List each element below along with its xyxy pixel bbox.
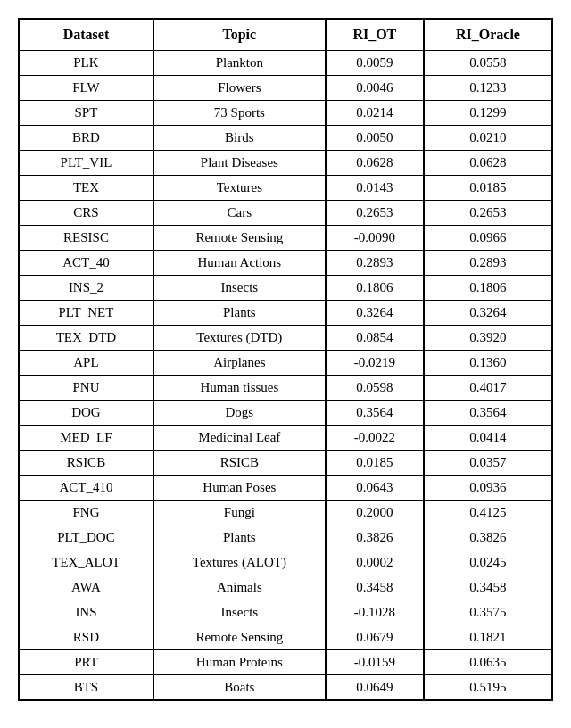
cell-3-0: BRD bbox=[19, 126, 153, 151]
cell-5-0: TEX bbox=[19, 176, 153, 201]
cell-25-1: Boats bbox=[153, 675, 326, 701]
table-row: INS_2Insects0.18060.1806 bbox=[19, 276, 552, 301]
cell-20-3: 0.0245 bbox=[424, 550, 552, 575]
table-row: FNGFungi0.20000.4125 bbox=[19, 500, 552, 525]
col-header-dataset: Dataset bbox=[19, 19, 153, 51]
cell-10-3: 0.3264 bbox=[424, 301, 552, 326]
cell-2-0: SPT bbox=[19, 101, 153, 126]
cell-8-0: ACT_40 bbox=[19, 251, 153, 276]
cell-18-3: 0.4125 bbox=[424, 500, 552, 525]
table-row: PLKPlankton0.00590.0558 bbox=[19, 51, 552, 76]
cell-8-3: 0.2893 bbox=[424, 251, 552, 276]
cell-12-2: -0.0219 bbox=[326, 351, 424, 376]
cell-2-2: 0.0214 bbox=[326, 101, 424, 126]
cell-6-0: CRS bbox=[19, 201, 153, 226]
cell-9-0: INS_2 bbox=[19, 276, 153, 301]
cell-11-1: Textures (DTD) bbox=[153, 326, 326, 351]
table-row: TEXTextures0.01430.0185 bbox=[19, 176, 552, 201]
cell-1-3: 0.1233 bbox=[424, 76, 552, 101]
cell-10-1: Plants bbox=[153, 301, 326, 326]
table-container: Dataset Topic RI_OT RI_Oracle PLKPlankto… bbox=[18, 18, 553, 701]
cell-5-2: 0.0143 bbox=[326, 176, 424, 201]
cell-19-0: PLT_DOC bbox=[19, 525, 153, 550]
cell-7-0: RESISC bbox=[19, 226, 153, 251]
cell-3-2: 0.0050 bbox=[326, 126, 424, 151]
cell-22-2: -0.1028 bbox=[326, 600, 424, 625]
col-header-topic: Topic bbox=[153, 19, 326, 51]
cell-16-1: RSICB bbox=[153, 451, 326, 476]
cell-21-3: 0.3458 bbox=[424, 575, 552, 600]
table-row: ACT_40Human Actions0.28930.2893 bbox=[19, 251, 552, 276]
cell-20-2: 0.0002 bbox=[326, 550, 424, 575]
cell-8-1: Human Actions bbox=[153, 251, 326, 276]
table-row: RSICBRSICB0.01850.0357 bbox=[19, 451, 552, 476]
cell-0-0: PLK bbox=[19, 51, 153, 76]
cell-15-3: 0.0414 bbox=[424, 426, 552, 451]
table-row: INSInsects-0.10280.3575 bbox=[19, 600, 552, 625]
table-row: PRTHuman Proteins-0.01590.0635 bbox=[19, 650, 552, 675]
cell-25-3: 0.5195 bbox=[424, 675, 552, 701]
cell-23-2: 0.0679 bbox=[326, 625, 424, 650]
cell-15-0: MED_LF bbox=[19, 426, 153, 451]
cell-16-0: RSICB bbox=[19, 451, 153, 476]
cell-6-3: 0.2653 bbox=[424, 201, 552, 226]
table-row: AWAAnimals0.34580.3458 bbox=[19, 575, 552, 600]
cell-19-3: 0.3826 bbox=[424, 525, 552, 550]
cell-4-3: 0.0628 bbox=[424, 151, 552, 176]
cell-0-1: Plankton bbox=[153, 51, 326, 76]
cell-17-2: 0.0643 bbox=[326, 476, 424, 500]
cell-19-2: 0.3826 bbox=[326, 525, 424, 550]
table-row: MED_LFMedicinal Leaf-0.00220.0414 bbox=[19, 426, 552, 451]
cell-19-1: Plants bbox=[153, 525, 326, 550]
table-row: ACT_410Human Poses0.06430.0936 bbox=[19, 476, 552, 500]
cell-23-1: Remote Sensing bbox=[153, 625, 326, 650]
cell-25-0: BTS bbox=[19, 675, 153, 701]
table-body: PLKPlankton0.00590.0558FLWFlowers0.00460… bbox=[19, 51, 552, 701]
table-row: RSDRemote Sensing0.06790.1821 bbox=[19, 625, 552, 650]
table-row: PNUHuman tissues0.05980.4017 bbox=[19, 376, 552, 401]
cell-15-1: Medicinal Leaf bbox=[153, 426, 326, 451]
cell-14-2: 0.3564 bbox=[326, 401, 424, 426]
cell-25-2: 0.0649 bbox=[326, 675, 424, 701]
col-header-ri-oracle: RI_Oracle bbox=[424, 19, 552, 51]
table-row: CRSCars0.26530.2653 bbox=[19, 201, 552, 226]
table-row: TEX_ALOTTextures (ALOT)0.00020.0245 bbox=[19, 550, 552, 575]
table-row: SPT73 Sports0.02140.1299 bbox=[19, 101, 552, 126]
cell-10-2: 0.3264 bbox=[326, 301, 424, 326]
cell-1-0: FLW bbox=[19, 76, 153, 101]
cell-22-1: Insects bbox=[153, 600, 326, 625]
table-row: FLWFlowers0.00460.1233 bbox=[19, 76, 552, 101]
cell-2-3: 0.1299 bbox=[424, 101, 552, 126]
cell-11-2: 0.0854 bbox=[326, 326, 424, 351]
table-row: BTSBoats0.06490.5195 bbox=[19, 675, 552, 701]
data-table: Dataset Topic RI_OT RI_Oracle PLKPlankto… bbox=[18, 18, 553, 701]
cell-1-2: 0.0046 bbox=[326, 76, 424, 101]
cell-4-1: Plant Diseases bbox=[153, 151, 326, 176]
cell-21-1: Animals bbox=[153, 575, 326, 600]
cell-17-1: Human Poses bbox=[153, 476, 326, 500]
cell-16-2: 0.0185 bbox=[326, 451, 424, 476]
cell-1-1: Flowers bbox=[153, 76, 326, 101]
table-row: TEX_DTDTextures (DTD)0.08540.3920 bbox=[19, 326, 552, 351]
cell-3-3: 0.0210 bbox=[424, 126, 552, 151]
cell-7-3: 0.0966 bbox=[424, 226, 552, 251]
cell-9-1: Insects bbox=[153, 276, 326, 301]
cell-9-2: 0.1806 bbox=[326, 276, 424, 301]
table-row: RESISCRemote Sensing-0.00900.0966 bbox=[19, 226, 552, 251]
cell-7-2: -0.0090 bbox=[326, 226, 424, 251]
header-row: Dataset Topic RI_OT RI_Oracle bbox=[19, 19, 552, 51]
cell-13-2: 0.0598 bbox=[326, 376, 424, 401]
cell-16-3: 0.0357 bbox=[424, 451, 552, 476]
col-header-ri-ot: RI_OT bbox=[326, 19, 424, 51]
cell-21-0: AWA bbox=[19, 575, 153, 600]
cell-12-1: Airplanes bbox=[153, 351, 326, 376]
cell-2-1: 73 Sports bbox=[153, 101, 326, 126]
cell-5-1: Textures bbox=[153, 176, 326, 201]
cell-24-1: Human Proteins bbox=[153, 650, 326, 675]
cell-3-1: Birds bbox=[153, 126, 326, 151]
cell-14-1: Dogs bbox=[153, 401, 326, 426]
cell-13-3: 0.4017 bbox=[424, 376, 552, 401]
cell-22-3: 0.3575 bbox=[424, 600, 552, 625]
cell-18-0: FNG bbox=[19, 500, 153, 525]
cell-13-1: Human tissues bbox=[153, 376, 326, 401]
